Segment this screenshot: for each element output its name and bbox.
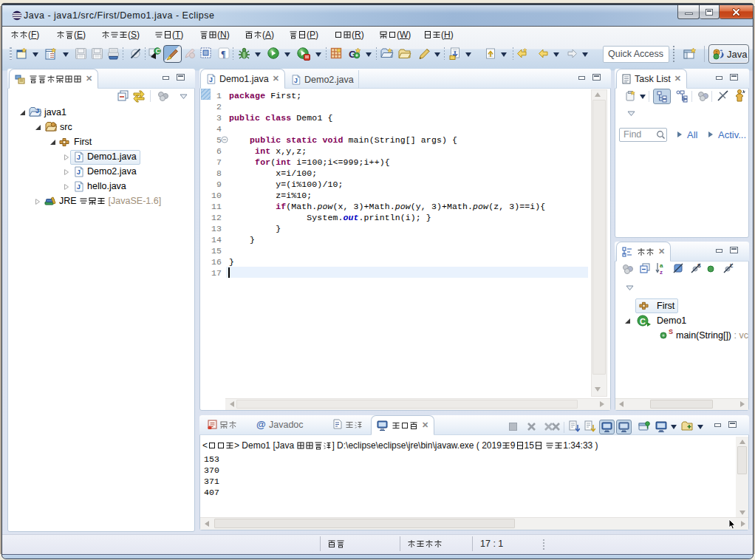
svg-text:J: J — [77, 154, 81, 161]
svg-text:J: J — [294, 76, 298, 83]
svg-text:J: J — [209, 75, 213, 83]
svg-text:C: C — [640, 317, 646, 326]
svg-text:C: C — [156, 47, 160, 55]
svg-text:J: J — [35, 107, 39, 115]
svg-text:L: L — [730, 263, 734, 268]
svg-text:J: J — [77, 183, 81, 191]
svg-text:¶: ¶ — [221, 49, 225, 59]
svg-text:J: J — [77, 168, 81, 176]
svg-text:S: S — [697, 263, 701, 268]
svg-text:a: a — [660, 262, 663, 269]
svg-text:z: z — [660, 269, 663, 275]
